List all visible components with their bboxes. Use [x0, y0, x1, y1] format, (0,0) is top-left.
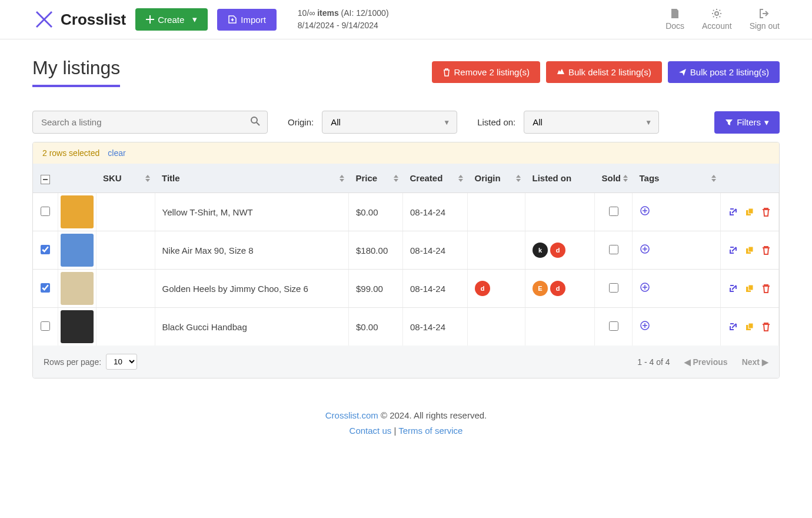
delist-button[interactable]: Bulk delist 2 listing(s) [546, 61, 662, 83]
price-header[interactable]: Price [349, 164, 403, 193]
footer-tos-link[interactable]: Terms of service [398, 426, 462, 436]
origin-header[interactable]: Origin [468, 164, 525, 193]
platform-badge-d[interactable]: d [550, 281, 565, 296]
table-head: SKU Title Price Created Origin Listed on… [33, 164, 779, 193]
page-footer: Crosslist.com © 2024. All rights reserve… [0, 390, 812, 450]
origin-cell [468, 308, 525, 346]
row-checkbox[interactable] [41, 283, 50, 293]
add-tag-button[interactable] [640, 283, 650, 295]
actions-cell [721, 308, 779, 346]
title-cell[interactable]: Black Gucci Handbag [155, 308, 349, 346]
create-button[interactable]: Create ▾ [135, 8, 208, 31]
created-cell: 08-14-24 [403, 270, 468, 308]
copy-icon[interactable] [744, 321, 755, 332]
remove-button[interactable]: Remove 2 listing(s) [432, 61, 540, 83]
open-icon[interactable] [728, 283, 738, 294]
add-tag-button[interactable] [640, 321, 650, 333]
rows-per-page-select[interactable]: 10 [106, 354, 137, 370]
nav-docs[interactable]: Docs [665, 8, 684, 31]
row-checkbox[interactable] [41, 321, 50, 331]
prev-label: Previous [693, 357, 728, 367]
send-icon [678, 68, 687, 77]
title-cell[interactable]: Nike Air Max 90, Size 8 [155, 231, 349, 270]
tags-cell [633, 231, 721, 270]
listed-select-wrap: All ▼ [524, 111, 659, 134]
sort-icon [458, 175, 463, 182]
open-icon[interactable] [728, 207, 738, 217]
origin-cell [468, 193, 525, 231]
footer-site-link[interactable]: Crosslist.com [325, 410, 378, 420]
next-button[interactable]: Next▶ [742, 357, 768, 367]
table-footer: Rows per page: 10 1 - 4 of 4 ◀Previous N… [33, 346, 779, 378]
sold-checkbox[interactable] [609, 321, 618, 331]
prev-button[interactable]: ◀Previous [684, 357, 728, 367]
listings-table: 2 rows selected clear SKU Title Price Cr… [32, 142, 780, 378]
listed-filter-label: Listed on: [477, 117, 515, 127]
listing-thumbnail[interactable] [61, 310, 94, 343]
post-button[interactable]: Bulk post 2 listing(s) [668, 61, 780, 83]
nav-account-label: Account [702, 21, 732, 31]
footer-copyright: © 2024. All rights reserved. [378, 410, 487, 420]
search-input[interactable] [32, 111, 268, 134]
logo[interactable]: Crosslist [32, 8, 126, 31]
create-label: Create [158, 15, 184, 25]
price-cell: $0.00 [349, 308, 403, 346]
listing-thumbnail[interactable] [61, 272, 94, 305]
trash-icon[interactable] [761, 207, 771, 217]
platform-badge-e[interactable]: E [533, 281, 548, 296]
sort-icon [711, 175, 716, 182]
clear-selection[interactable]: clear [108, 148, 125, 158]
nav-account[interactable]: Account [702, 8, 732, 31]
created-header[interactable]: Created [403, 164, 468, 193]
row-checkbox[interactable] [41, 207, 50, 216]
remove-label: Remove 2 listing(s) [454, 67, 530, 77]
table-row: Black Gucci Handbag $0.00 08-14-24 [33, 308, 779, 346]
add-tag-button[interactable] [640, 207, 650, 218]
page-title: My listings [32, 57, 120, 87]
logo-icon [32, 8, 56, 31]
trash-icon[interactable] [761, 321, 771, 332]
listing-thumbnail[interactable] [61, 234, 94, 267]
platform-badge-d[interactable]: d [550, 243, 565, 258]
image-header [58, 164, 96, 193]
listed-select[interactable]: All [524, 111, 659, 134]
ai-count: (AI: 12/1000) [339, 8, 389, 18]
nav-signout[interactable]: Sign out [750, 8, 780, 31]
origin-cell [468, 231, 525, 270]
chevron-right-icon: ▶ [762, 357, 768, 367]
sold-header-label: Sold [602, 173, 621, 183]
open-icon[interactable] [728, 245, 738, 255]
trash-icon[interactable] [761, 283, 771, 294]
sold-checkbox[interactable] [609, 245, 618, 254]
tags-header[interactable]: Tags [633, 164, 721, 193]
select-all-header[interactable] [33, 164, 58, 193]
trash-icon[interactable] [761, 245, 771, 255]
copy-icon[interactable] [744, 283, 755, 294]
delist-label: Bulk delist 2 listing(s) [568, 67, 651, 77]
sku-header[interactable]: SKU [96, 164, 155, 193]
title-cell[interactable]: Golden Heels by Jimmy Choo, Size 6 [155, 270, 349, 308]
sold-header[interactable]: Sold [595, 164, 633, 193]
tags-header-label: Tags [640, 173, 660, 183]
copy-icon[interactable] [744, 245, 755, 255]
add-tag-button[interactable] [640, 245, 650, 257]
listed-cell [525, 308, 595, 346]
import-icon [228, 15, 237, 24]
platform-badge-d[interactable]: d [475, 281, 490, 296]
title-header[interactable]: Title [155, 164, 349, 193]
indeterminate-checkbox-icon[interactable] [41, 175, 50, 184]
origin-select[interactable]: All [322, 111, 457, 134]
footer-contact-link[interactable]: Contact us [350, 426, 392, 436]
open-icon[interactable] [728, 321, 738, 332]
sold-checkbox[interactable] [609, 283, 618, 293]
import-button[interactable]: Import [217, 9, 277, 31]
search-icon[interactable] [250, 116, 261, 129]
listing-thumbnail[interactable] [61, 195, 94, 228]
sold-checkbox[interactable] [609, 207, 618, 216]
platform-badge-k[interactable]: k [533, 243, 548, 258]
title-cell[interactable]: Yellow T-Shirt, M, NWT [155, 193, 349, 231]
copy-icon[interactable] [744, 207, 755, 217]
filters-button[interactable]: Filters ▾ [714, 111, 780, 134]
nav-docs-label: Docs [665, 21, 684, 31]
row-checkbox[interactable] [41, 245, 50, 254]
